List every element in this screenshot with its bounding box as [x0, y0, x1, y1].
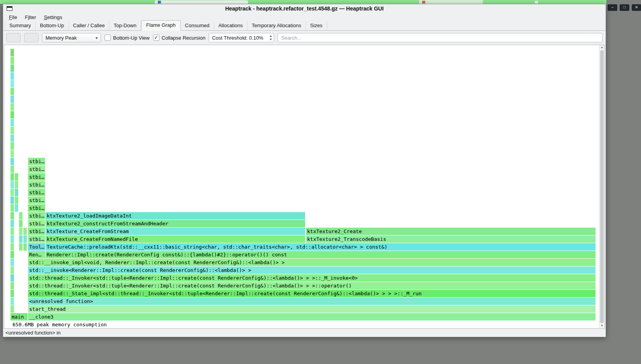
menu-file[interactable]: File [5, 14, 21, 21]
search-input[interactable] [278, 33, 603, 42]
flame-block[interactable] [10, 103, 14, 111]
flame-block[interactable] [10, 158, 14, 165]
flame-block-tool[interactable]: Tool… [28, 243, 45, 251]
flame-block[interactable] [10, 57, 14, 64]
vertical-scrollbar[interactable]: ▲ ▼ [599, 45, 604, 328]
flame-block-stbi[interactable]: stbi… [28, 204, 45, 212]
flame-block[interactable] [10, 290, 14, 297]
flame-block[interactable] [10, 251, 14, 258]
flame-block[interactable] [10, 150, 14, 157]
flame-block[interactable] [10, 127, 14, 134]
flame-block[interactable] [10, 181, 14, 188]
flame-block-std-invoke-renderer-impl-create-const-re[interactable]: std::__invoke<Renderer::Impl::create(con… [28, 266, 596, 274]
tab-sizes[interactable]: Sizes [306, 21, 327, 30]
flame-block-stbi[interactable]: stbi… [28, 197, 45, 204]
flame-block[interactable] [15, 197, 18, 204]
flame-block-std-thread-invoker-std-tuple-renderer-im[interactable]: std::thread::_Invoker<std::tuple<Rendere… [28, 274, 596, 282]
flame-block-unresolved-function[interactable]: <unresolved function> [28, 298, 596, 305]
flame-block[interactable] [15, 173, 18, 181]
flame-block-stbi[interactable]: stbi… [28, 228, 45, 235]
tab-allocations[interactable]: Allocations [214, 21, 248, 30]
flame-block[interactable] [10, 204, 14, 212]
flame-block[interactable] [10, 64, 14, 72]
scrollbar-thumb[interactable] [600, 50, 604, 323]
flame-block[interactable] [10, 243, 14, 251]
flame-block[interactable] [10, 80, 14, 87]
bottom-up-view-checkbox[interactable]: Bottom-Up View [105, 35, 150, 41]
flame-block[interactable] [10, 228, 14, 235]
flame-block[interactable] [19, 243, 23, 251]
tab-consumed[interactable]: Consumed [181, 21, 214, 30]
menu-filter[interactable]: Filter [21, 14, 40, 21]
collapse-recursion-checkbox[interactable]: ✓ Collapse Recursion [153, 35, 206, 41]
flame-block-texturecache-preloadktx-std-cxx11-basic-[interactable]: TextureCache::preloadKtx(std::__cxx11::b… [45, 243, 596, 251]
flame-block[interactable] [23, 235, 27, 243]
flame-block-stbi[interactable]: stbi… [28, 220, 45, 227]
spin-down-icon[interactable]: ▼ [269, 38, 272, 41]
flame-block-main[interactable]: main [10, 313, 28, 320]
flame-block-std-thread-state-impl-std-thread-invoker[interactable]: std::thread::_State_impl<std::thread::_I… [28, 290, 596, 297]
scroll-down-icon[interactable]: ▼ [599, 324, 604, 328]
cost-threshold-spinbox[interactable]: Cost Threshold: 0.10% ▲ ▼ [209, 33, 274, 42]
tab-bottom-up[interactable]: Bottom-Up [36, 21, 69, 30]
flame-block-ktxtexture2-constructfromstreamandheader[interactable]: ktxTexture2_constructFromStreamAndHeader [45, 220, 305, 227]
flame-block[interactable] [10, 282, 14, 289]
tab-temporary-allocations[interactable]: Temporary Allocations [248, 21, 306, 30]
flame-block-stbi[interactable]: stbi… [28, 181, 45, 188]
flame-block[interactable] [10, 134, 14, 142]
flame-block[interactable] [15, 204, 18, 212]
flame-block[interactable] [10, 220, 14, 227]
flame-block-stbi[interactable]: stbi… [28, 158, 45, 165]
flame-block-stbi[interactable]: stbi… [28, 189, 45, 196]
flame-block[interactable] [10, 305, 14, 313]
flame-block[interactable] [10, 96, 14, 103]
flame-block[interactable] [19, 212, 23, 219]
flame-block-clone3[interactable]: __clone3 [28, 313, 596, 320]
flame-block-ktxtexture-createfromnamedfile[interactable]: ktxTexture_CreateFromNamedFile [45, 235, 305, 243]
flame-block[interactable] [19, 228, 23, 235]
flame-block[interactable] [10, 212, 14, 219]
flame-block-start-thread[interactable]: start_thread [28, 305, 596, 313]
tab-flame-graph[interactable]: Flame Graph [141, 20, 181, 31]
flame-block[interactable] [23, 228, 27, 235]
tab-summary[interactable]: Summary [5, 21, 36, 30]
flame-block-ktxtexture2-create[interactable]: ktxTexture2_Create [306, 228, 596, 235]
flame-block[interactable] [23, 243, 27, 251]
flame-block[interactable] [10, 274, 14, 282]
flame-block[interactable] [19, 235, 23, 243]
cost-type-combobox[interactable]: Memory Peak ▾ [42, 33, 101, 42]
flame-block-stbi[interactable]: stbi… [28, 165, 45, 173]
flame-block-renderer-impl-create-rendererconfig-cons[interactable]: Renderer::Impl::create(RendererConfig co… [45, 251, 596, 258]
titlebar[interactable]: Heaptrack - heaptrack.refactor_test.4548… [3, 4, 606, 13]
flame-block-ren[interactable]: Ren… [28, 251, 45, 258]
flame-block[interactable] [10, 266, 14, 274]
spin-up-icon[interactable]: ▲ [269, 34, 272, 38]
flame-graph-canvas[interactable]: main__clone3start_thread<unresolved func… [4, 45, 599, 328]
flame-toolbar-button-1[interactable] [6, 33, 21, 42]
flame-block-stbi[interactable]: stbi… [28, 235, 45, 243]
background-maximize-button[interactable]: □ [620, 4, 629, 11]
flame-block-std-invoke-impl-void-renderer-impl-creat[interactable]: std::__invoke_impl<void, Renderer::Impl:… [28, 259, 596, 266]
flame-block-ktxtexture-createfromstream[interactable]: ktxTexture_CreateFromStream [45, 228, 305, 235]
flame-block-ktxtexture2-loadimagedataint[interactable]: ktxTexture2_loadImageDataInt [45, 212, 305, 219]
flame-block[interactable] [15, 189, 18, 196]
tab-caller-callee[interactable]: Caller / Callee [69, 21, 110, 30]
flame-block[interactable] [10, 111, 14, 118]
flame-block-stbi[interactable]: stbi… [28, 212, 45, 219]
flame-block[interactable] [10, 119, 14, 126]
flame-block-std-thread-invoker-std-tuple-renderer-im[interactable]: std::thread::_Invoker<std::tuple<Rendere… [28, 282, 596, 289]
menu-settings[interactable]: Settings [40, 14, 66, 21]
flame-block[interactable] [10, 49, 14, 56]
flame-block[interactable] [10, 173, 14, 181]
flame-block[interactable] [10, 142, 14, 150]
flame-block[interactable] [10, 88, 14, 95]
flame-block[interactable] [10, 189, 14, 196]
flame-block[interactable] [10, 235, 14, 243]
flame-toolbar-button-2[interactable] [24, 33, 38, 42]
flame-block[interactable] [19, 220, 23, 227]
tab-top-down[interactable]: Top-Down [109, 21, 141, 30]
flame-block[interactable] [10, 197, 14, 204]
flame-block[interactable] [10, 72, 14, 80]
flame-block-ktxtexture2-transcodebasis[interactable]: ktxTexture2_TranscodeBasis [306, 235, 596, 243]
scroll-up-icon[interactable]: ▲ [599, 45, 604, 50]
